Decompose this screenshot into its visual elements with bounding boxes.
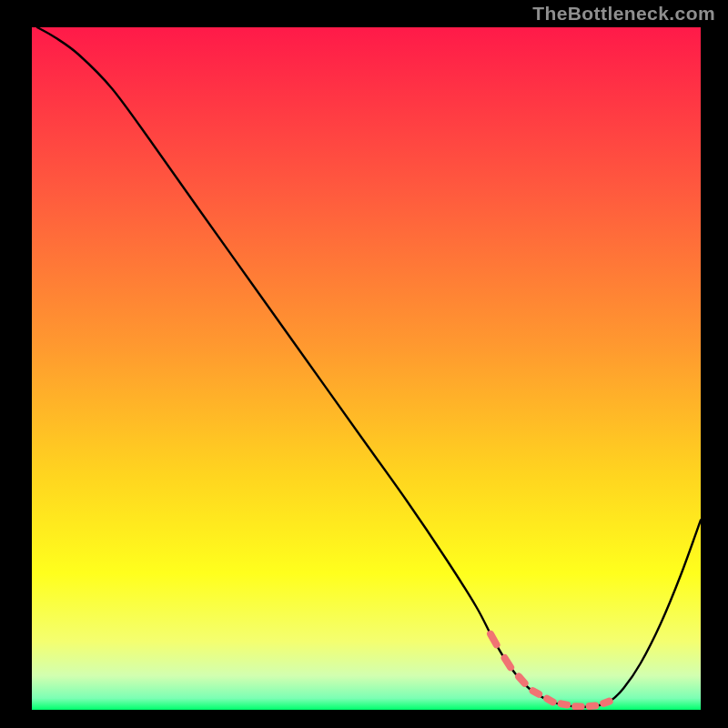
svg-line-6 bbox=[561, 703, 568, 704]
svg-line-9 bbox=[603, 702, 610, 703]
svg-line-2 bbox=[505, 658, 511, 667]
svg-line-4 bbox=[533, 691, 540, 694]
svg-line-5 bbox=[547, 699, 553, 703]
attribution-text: TheBottleneck.com bbox=[532, 3, 715, 25]
svg-line-1 bbox=[490, 634, 497, 645]
svg-rect-0 bbox=[32, 27, 701, 710]
chart-plot-area bbox=[32, 27, 701, 710]
svg-line-3 bbox=[519, 676, 525, 682]
